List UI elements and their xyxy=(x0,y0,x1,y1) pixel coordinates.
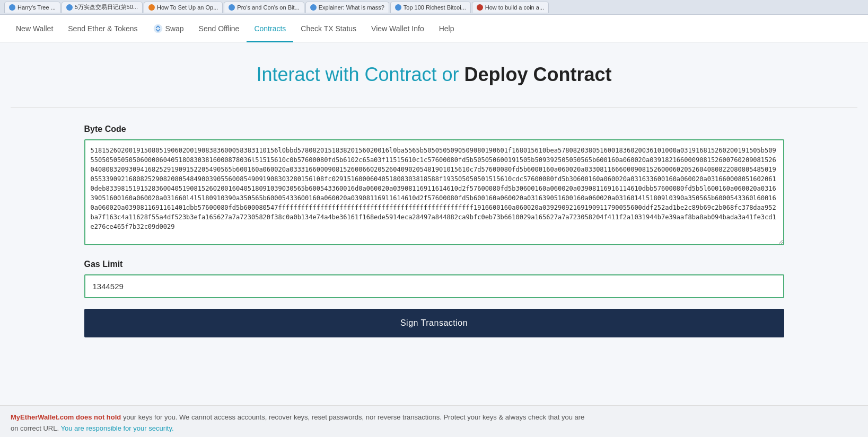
nav-bar: New Wallet Send Ether & Tokens Swap Send… xyxy=(0,15,868,42)
sign-transaction-button[interactable]: Sign Transaction xyxy=(84,309,784,337)
nav-help[interactable]: Help xyxy=(432,15,462,42)
footer-highlight: MyEtherWallet.com does not hold xyxy=(11,413,121,421)
tab-icon-6 xyxy=(395,4,401,11)
gas-limit-label: Gas Limit xyxy=(84,260,784,269)
nav-send-offline[interactable]: Send Offline xyxy=(191,15,247,42)
section-divider xyxy=(11,107,857,108)
nav-check-tx[interactable]: Check TX Status xyxy=(293,15,364,42)
nav-contracts[interactable]: Contracts xyxy=(247,15,293,42)
tab-1[interactable]: Harry's Tree ... xyxy=(4,2,60,13)
tab-icon-5 xyxy=(310,4,317,11)
tab-4[interactable]: Pro's and Con's on Bit... xyxy=(224,2,304,13)
tab-6[interactable]: Top 100 Richest Bitcoi... xyxy=(390,2,471,13)
tab-icon-2 xyxy=(66,4,73,11)
page-title: Interact with Contract or Deploy Contrac… xyxy=(11,64,857,86)
tab-2[interactable]: 5万实盘交易日记(第50... xyxy=(62,2,143,13)
bytecode-textarea[interactable]: 5181526020019150805190602001908383600058… xyxy=(84,139,784,245)
tab-3[interactable]: How To Set Up an Op... xyxy=(144,2,223,13)
footer-security-link[interactable]: You are responsible for your security. xyxy=(60,424,173,432)
tab-icon-7 xyxy=(477,4,483,11)
tab-icon-4 xyxy=(229,4,235,11)
tab-icon-1 xyxy=(9,4,15,11)
tab-7[interactable]: How to build a coin a... xyxy=(472,2,549,13)
deploy-form: Byte Code 518152602001915080519060200190… xyxy=(63,124,805,337)
nav-swap[interactable]: Swap xyxy=(145,15,191,42)
footer-url-text: on correct URL. xyxy=(11,424,59,432)
nav-send-ether[interactable]: Send Ether & Tokens xyxy=(60,15,145,42)
nav-new-wallet[interactable]: New Wallet xyxy=(8,15,60,42)
swap-icon xyxy=(153,23,163,34)
footer: MyEtherWallet.com does not hold your key… xyxy=(0,405,868,437)
tab-icon-3 xyxy=(148,4,155,11)
gas-limit-input[interactable] xyxy=(84,274,784,298)
main-content: Interact with Contract or Deploy Contrac… xyxy=(0,42,868,405)
browser-tab-bar: Harry's Tree ... 5万实盘交易日记(第50... How To … xyxy=(0,0,868,15)
bytecode-label: Byte Code xyxy=(84,124,784,134)
footer-text-main: your keys for you. We cannot access acco… xyxy=(121,413,584,421)
nav-view-wallet[interactable]: View Wallet Info xyxy=(364,15,432,42)
tab-5[interactable]: Explainer: What is mass? xyxy=(305,2,389,13)
gas-limit-section: Gas Limit xyxy=(84,260,784,298)
